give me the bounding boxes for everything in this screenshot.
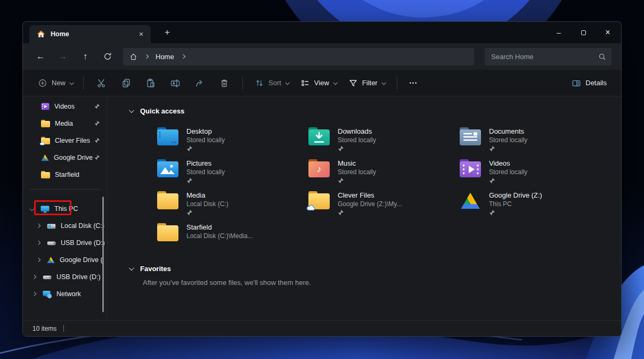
- view-button[interactable]: View: [295, 74, 343, 93]
- sidebar-item-label: Starfield: [55, 171, 79, 178]
- sort-button[interactable]: Sort: [249, 74, 295, 93]
- paste-button[interactable]: [138, 74, 163, 93]
- new-tab-button[interactable]: +: [160, 26, 174, 39]
- local-disk-icon: [47, 222, 56, 230]
- window-controls: – ×: [547, 22, 620, 43]
- sidebar-scrollbar[interactable]: [102, 197, 104, 312]
- quick-access-item-documents[interactable]: Documents Stored locally: [460, 125, 611, 157]
- chevron-right-icon[interactable]: [30, 292, 38, 296]
- pin-icon: [94, 103, 100, 109]
- section-title: Quick access: [140, 107, 184, 115]
- music-folder-icon: ♪: [308, 159, 330, 177]
- details-button[interactable]: Details: [566, 74, 613, 93]
- status-bar: 10 items: [23, 320, 621, 336]
- rename-button[interactable]: [163, 74, 188, 93]
- music-note-icon: ♪: [308, 161, 330, 177]
- pin-icon: [338, 209, 344, 216]
- favorites-header[interactable]: Favorites: [129, 262, 621, 275]
- cut-icon: [96, 78, 107, 88]
- sidebar-item-google-drive[interactable]: Google Drive: [23, 149, 107, 166]
- quick-access-item-downloads[interactable]: Downloads Stored locally: [308, 125, 460, 157]
- refresh-button[interactable]: [96, 47, 119, 66]
- sidebar-item-videos[interactable]: Videos: [23, 98, 107, 115]
- sidebar-item-media[interactable]: Media: [23, 115, 107, 132]
- main-pane: Quick access Desktop Stored locally: [108, 96, 621, 320]
- items-count: 10 items: [32, 325, 56, 332]
- chevron-down-icon: [333, 80, 337, 85]
- item-name: Starfield: [186, 223, 253, 232]
- item-sublabel: Stored locally: [338, 168, 376, 176]
- chevron-right-icon[interactable]: [35, 224, 42, 227]
- pictures-folder-icon: [157, 159, 178, 177]
- sidebar-item-local-disk-c[interactable]: Local Disk (C:): [23, 217, 107, 234]
- sort-icon: [255, 78, 264, 88]
- breadcrumb-segment-home[interactable]: Home: [156, 53, 174, 61]
- delete-button[interactable]: [212, 74, 237, 93]
- sidebar-item-label: Network: [56, 290, 81, 298]
- sidebar-item-label: Google Drive (: [60, 256, 103, 264]
- chevron-down-icon: [285, 80, 289, 85]
- folder-cloud-icon: [41, 137, 50, 144]
- close-button[interactable]: ×: [596, 22, 620, 43]
- quick-access-item-videos[interactable]: Videos Stored locally: [460, 157, 611, 189]
- refresh-icon: [103, 52, 112, 61]
- sort-button-label: Sort: [268, 79, 281, 87]
- copy-icon: [121, 78, 132, 88]
- chevron-right-icon[interactable]: [30, 275, 38, 279]
- address-bar[interactable]: Home: [123, 48, 474, 66]
- item-sublabel: Stored locally: [186, 136, 225, 144]
- quick-access-item-desktop[interactable]: Desktop Stored locally: [157, 125, 308, 157]
- sidebar-item-clever-files[interactable]: Clever Files: [23, 132, 107, 149]
- tab-home[interactable]: Home ×: [29, 25, 151, 43]
- desktop-folder-icon: [157, 127, 178, 145]
- quick-access-header[interactable]: Quick access: [129, 104, 621, 118]
- quick-access-item-starfield[interactable]: Starfield Local Disk (C:)\Media...: [157, 221, 308, 253]
- toolbar-divider: [83, 77, 84, 89]
- quick-access-item-pictures[interactable]: Pictures Stored locally: [157, 157, 308, 189]
- maximize-button[interactable]: [571, 22, 596, 43]
- chevron-right-icon[interactable]: [35, 241, 42, 244]
- quick-access-item-media[interactable]: Media Local Disk (C:): [157, 189, 308, 221]
- chevron-right-icon[interactable]: [35, 258, 42, 262]
- chevron-down-icon[interactable]: [28, 207, 36, 210]
- item-sublabel: Local Disk (C:)\Media...: [186, 232, 253, 240]
- breadcrumb-chevron-icon: [144, 54, 149, 59]
- downloads-folder-icon: [308, 127, 330, 145]
- forward-button[interactable]: →: [52, 47, 74, 66]
- item-name: Videos: [489, 159, 527, 168]
- view-button-label: View: [314, 79, 329, 87]
- copy-button[interactable]: [114, 74, 138, 93]
- new-button[interactable]: New: [34, 74, 77, 93]
- documents-folder-icon: [460, 127, 481, 145]
- back-button[interactable]: ←: [29, 47, 52, 66]
- share-button[interactable]: [188, 74, 212, 93]
- more-options-button[interactable]: •••: [403, 80, 424, 86]
- quick-access-item-music[interactable]: ♪ Music Stored locally: [308, 157, 460, 189]
- sidebar-item-starfield[interactable]: Starfield: [23, 166, 107, 183]
- google-drive-icon: [41, 154, 49, 161]
- sidebar-item-label: USB Drive (D:): [56, 273, 101, 281]
- cut-button[interactable]: [89, 74, 114, 93]
- up-button[interactable]: ↑: [74, 47, 96, 66]
- item-name: Music: [338, 159, 376, 168]
- toolbar-divider: [242, 77, 243, 89]
- search-icon: [598, 53, 606, 61]
- sidebar-item-google-drive-z[interactable]: Google Drive (: [23, 251, 107, 268]
- sidebar-item-label: Clever Files: [55, 137, 90, 144]
- quick-access-item-clever-files[interactable]: Clever Files Google Drive (Z:)\My...: [308, 189, 460, 221]
- command-bar: New: [23, 70, 621, 96]
- pin-icon: [94, 154, 100, 160]
- sidebar-item-this-pc[interactable]: This PC: [23, 200, 107, 217]
- breadcrumb-home-icon: [129, 53, 137, 61]
- tab-close-icon[interactable]: ×: [136, 29, 146, 39]
- filter-button[interactable]: Filter: [343, 74, 391, 93]
- search-input[interactable]: [491, 53, 598, 61]
- sidebar-item-network[interactable]: Network: [23, 285, 107, 303]
- status-divider: [63, 325, 64, 332]
- minimize-button[interactable]: –: [547, 22, 571, 43]
- sidebar-item-usb-drive-d2[interactable]: USB Drive (D:): [23, 268, 107, 285]
- share-icon: [194, 78, 205, 88]
- quick-access-grid: Desktop Stored locally Downloads Stored …: [157, 125, 621, 253]
- sidebar-item-usb-drive-d[interactable]: USB Drive (D:): [23, 234, 107, 251]
- quick-access-item-google-drive[interactable]: Google Drive (Z:) This PC: [460, 189, 611, 221]
